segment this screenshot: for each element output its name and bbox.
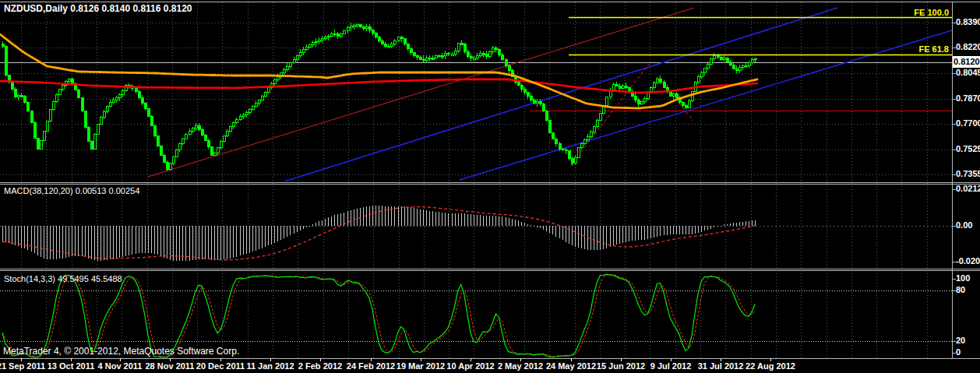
date-axis-label: 22 Aug 2012 [739,361,802,371]
macd-axis-label: 0.00 [956,220,972,230]
macd-axis-label: 0.02122 [956,184,980,193]
stoch-axis-label: 100 [956,273,970,283]
mt4-chart-window: NZDUSD,Daily 0.8126 0.8140 0.8116 0.8120… [0,0,980,373]
macd-axis-label: -0.02065 [956,256,980,266]
fib-expansion-618-label[interactable]: FE 61.8 [902,44,949,54]
symbol-title: NZDUSD,Daily 0.8126 0.8140 0.8116 0.8120 [4,3,192,14]
stoch-axis-label: 0 [956,347,961,357]
macd-pane[interactable] [0,185,952,268]
price-axis-label: 0.8220 [956,42,980,51]
price-axis-label: 0.7525 [956,144,980,153]
main-chart-pane[interactable] [0,2,952,181]
fib-expansion-100-label[interactable]: FE 100.0 [902,8,949,17]
price-axis-label: 0.7355 [956,169,980,178]
price-axis-label: 0.8390 [956,17,980,26]
copyright-text: MetaTrader 4, © 2001-2012, MetaQuotes So… [3,346,239,357]
macd-indicator-label: MACD(38,120,20) 0.00513 0.00254 [4,186,139,195]
price-axis-label: 0.8045 [956,68,980,77]
current-price-badge: 0.8120 [953,56,980,68]
stoch-indicator-label: Stoch(14,3,3) 49.5495 45.5488 [4,274,122,283]
price-axis-label: 0.7870 [956,93,980,103]
stoch-axis-label: 20 [956,336,965,345]
price-axis[interactable] [952,0,980,358]
stoch-pane[interactable] [0,273,952,357]
stoch-axis-label: 80 [956,285,965,294]
price-axis-label: 0.7700 [956,118,980,128]
